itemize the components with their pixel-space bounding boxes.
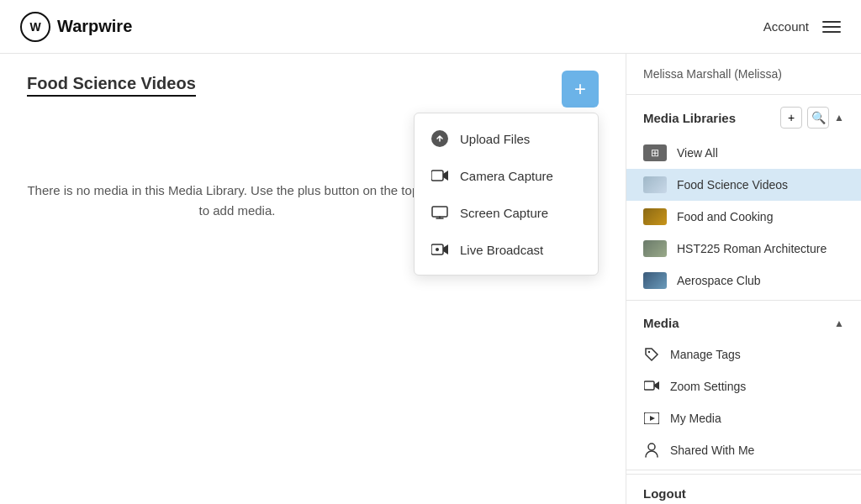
sidebar-item-zoom-settings[interactable]: Zoom Settings xyxy=(626,370,861,402)
screen-capture-item[interactable]: Screen Capture xyxy=(415,194,598,231)
food-science-label: Food Science Videos xyxy=(677,178,788,192)
header-right: Account xyxy=(763,19,841,34)
upload-files-label: Upload Files xyxy=(460,132,530,146)
media-section-header: Media ▲ xyxy=(626,304,861,339)
svg-marker-8 xyxy=(650,416,655,421)
hamburger-line-1 xyxy=(822,21,841,23)
sidebar-item-view-all[interactable]: View All xyxy=(626,137,861,169)
screen-capture-label: Screen Capture xyxy=(460,206,548,220)
live-broadcast-label: Live Broadcast xyxy=(460,243,543,257)
play-icon xyxy=(643,410,660,427)
broadcast-icon xyxy=(431,241,448,258)
svg-point-9 xyxy=(648,444,655,450)
add-library-button[interactable]: + xyxy=(780,107,802,129)
view-all-label: View All xyxy=(677,146,718,160)
aerospace-label: Aerospace Club xyxy=(677,274,761,287)
sidebar-divider-2 xyxy=(626,470,861,470)
sidebar-item-hst225[interactable]: HST225 Roman Architecture xyxy=(626,233,861,265)
food-cooking-label: Food and Cooking xyxy=(677,210,773,223)
media-section: Media ▲ Manage Tags xyxy=(626,304,861,466)
svg-rect-2 xyxy=(432,207,447,217)
hamburger-line-2 xyxy=(822,26,841,28)
screen-capture-icon xyxy=(431,204,448,221)
add-media-button[interactable]: + xyxy=(562,71,599,108)
svg-rect-1 xyxy=(431,171,443,181)
food-cooking-thumb xyxy=(643,208,667,225)
camera-icon xyxy=(431,167,448,184)
sidebar-item-manage-tags[interactable]: Manage Tags xyxy=(626,339,861,370)
add-media-dropdown: Upload Files Camera Capture xyxy=(414,113,599,276)
logo[interactable]: W Warpwire xyxy=(20,12,132,42)
media-libraries-actions: + 🔍 ▲ xyxy=(780,107,844,129)
sidebar-item-food-cooking[interactable]: Food and Cooking xyxy=(626,201,861,233)
media-libraries-label: Media Libraries xyxy=(643,111,736,125)
live-broadcast-item[interactable]: Live Broadcast xyxy=(415,231,598,268)
collapse-libraries-icon[interactable]: ▲ xyxy=(834,112,844,123)
upload-icon xyxy=(431,130,448,147)
zoom-settings-label: Zoom Settings xyxy=(670,380,746,393)
aerospace-thumb xyxy=(643,272,667,289)
sidebar-user: Melissa Marshall (Melissa) xyxy=(626,54,861,95)
camera-capture-label: Camera Capture xyxy=(460,169,553,183)
svg-rect-6 xyxy=(644,381,654,390)
page-title: Food Science Videos xyxy=(27,74,196,97)
logo-text: Warpwire xyxy=(57,17,132,36)
search-library-button[interactable]: 🔍 xyxy=(807,107,829,129)
media-libraries-section: Media Libraries + 🔍 ▲ View All Food Scie… xyxy=(626,95,861,297)
shared-with-me-label: Shared With Me xyxy=(670,444,754,457)
my-media-label: My Media xyxy=(670,412,721,425)
hamburger-line-3 xyxy=(822,31,841,33)
hst225-label: HST225 Roman Architecture xyxy=(677,242,827,255)
sidebar-item-shared-with-me[interactable]: Shared With Me xyxy=(626,434,861,466)
view-all-thumb xyxy=(643,144,667,161)
media-label: Media xyxy=(643,316,679,330)
svg-point-4 xyxy=(436,248,439,251)
tag-icon xyxy=(643,346,660,363)
sidebar-item-food-science[interactable]: Food Science Videos xyxy=(626,169,861,201)
media-libraries-header: Media Libraries + 🔍 ▲ xyxy=(626,95,861,137)
logout-button[interactable]: Logout xyxy=(626,474,861,504)
sidebar-divider xyxy=(626,300,861,301)
account-button[interactable]: Account xyxy=(763,19,809,34)
logo-icon: W xyxy=(20,12,50,42)
hst225-thumb xyxy=(643,240,667,257)
layout: Food Science Videos + Upload Files xyxy=(0,54,861,504)
svg-point-5 xyxy=(648,351,650,353)
zoom-icon xyxy=(643,378,660,395)
empty-state-message: There is no media in this Media Library.… xyxy=(27,181,447,221)
sidebar-item-aerospace[interactable]: Aerospace Club xyxy=(626,265,861,297)
food-science-thumb xyxy=(643,176,667,193)
sidebar-item-my-media[interactable]: My Media xyxy=(626,402,861,434)
upload-files-item[interactable]: Upload Files xyxy=(415,120,598,157)
hamburger-menu[interactable] xyxy=(822,21,841,33)
collapse-media-icon[interactable]: ▲ xyxy=(834,318,844,329)
sidebar: Melissa Marshall (Melissa) Media Librari… xyxy=(626,54,861,504)
manage-tags-label: Manage Tags xyxy=(670,348,741,361)
main-content: Food Science Videos + Upload Files xyxy=(0,54,626,504)
header: W Warpwire Account xyxy=(0,0,861,54)
camera-capture-item[interactable]: Camera Capture xyxy=(415,157,598,194)
person-icon xyxy=(643,442,660,459)
